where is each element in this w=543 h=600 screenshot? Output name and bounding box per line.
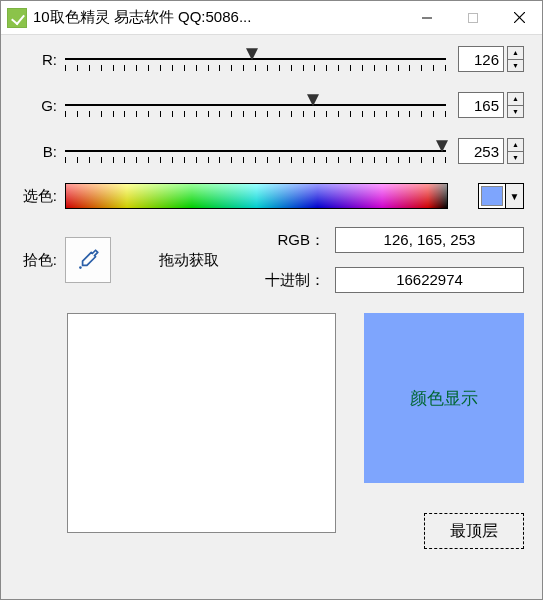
pick-color-label: 拾色:: [15, 251, 65, 270]
g-row: G: ▲ ▼: [15, 91, 524, 119]
g-spinner: ▲ ▼: [507, 92, 524, 118]
r-spin-up[interactable]: ▲: [507, 46, 524, 59]
r-spin-down[interactable]: ▼: [507, 59, 524, 73]
g-slider[interactable]: [65, 91, 446, 119]
b-spin-up[interactable]: ▲: [507, 138, 524, 151]
b-label: B:: [15, 143, 65, 160]
topmost-button[interactable]: 最顶层: [424, 513, 524, 549]
select-color-row: 选色: ▼: [15, 183, 524, 209]
current-color-swatch: [479, 184, 505, 208]
r-input[interactable]: [458, 46, 504, 72]
maximize-button: [450, 1, 496, 34]
mid-section: 拾色: 拖动获取 RGB： 126, 165, 253 十进制： 1662297…: [15, 227, 524, 293]
close-button[interactable]: [496, 1, 542, 34]
g-slider-thumb[interactable]: [307, 94, 319, 106]
eyedropper-icon: [75, 247, 101, 273]
g-number-field: ▲ ▼: [458, 92, 524, 118]
right-column: 颜色显示 最顶层: [364, 313, 524, 549]
g-label: G:: [15, 97, 65, 114]
r-label: R:: [15, 51, 65, 68]
app-window: 10取色精灵 易志软件 QQ:5086... R: ▲ ▼: [0, 0, 543, 600]
rgb-label: RGB：: [265, 231, 335, 250]
color-display-label: 颜色显示: [410, 387, 478, 410]
b-input[interactable]: [458, 138, 504, 164]
b-number-field: ▲ ▼: [458, 138, 524, 164]
r-slider[interactable]: [65, 45, 446, 73]
decimal-label: 十进制：: [265, 271, 335, 290]
svg-point-4: [79, 266, 82, 269]
r-slider-thumb[interactable]: [246, 48, 258, 60]
close-icon: [514, 12, 525, 23]
g-spin-down[interactable]: ▼: [507, 105, 524, 119]
color-combo[interactable]: ▼: [478, 183, 524, 209]
decimal-value[interactable]: 16622974: [335, 267, 524, 293]
minimize-button[interactable]: [404, 1, 450, 34]
client-area: R: ▲ ▼ G:: [1, 35, 542, 599]
drag-hint: 拖动获取: [155, 251, 265, 270]
minimize-icon: [422, 13, 432, 23]
r-spinner: ▲ ▼: [507, 46, 524, 72]
r-number-field: ▲ ▼: [458, 46, 524, 72]
titlebar[interactable]: 10取色精灵 易志软件 QQ:5086...: [1, 1, 542, 35]
color-display-panel: 颜色显示: [364, 313, 524, 483]
rgb-value[interactable]: 126, 165, 253: [335, 227, 524, 253]
app-icon: [7, 8, 27, 28]
eyedropper-button[interactable]: [65, 237, 111, 283]
svg-rect-1: [469, 13, 478, 22]
select-color-label: 选色:: [15, 187, 65, 206]
b-row: B: ▲ ▼: [15, 137, 524, 165]
color-combo-dropdown[interactable]: ▼: [505, 184, 523, 208]
g-spin-up[interactable]: ▲: [507, 92, 524, 105]
b-slider-thumb[interactable]: [436, 140, 448, 152]
r-row: R: ▲ ▼: [15, 45, 524, 73]
g-input[interactable]: [458, 92, 504, 118]
bottom-section: 颜色显示 最顶层: [15, 313, 524, 549]
window-title: 10取色精灵 易志软件 QQ:5086...: [33, 8, 404, 27]
magnifier-preview: [67, 313, 336, 533]
maximize-icon: [468, 13, 478, 23]
b-spinner: ▲ ▼: [507, 138, 524, 164]
b-spin-down[interactable]: ▼: [507, 151, 524, 165]
hue-strip[interactable]: [65, 183, 448, 209]
b-slider[interactable]: [65, 137, 446, 165]
